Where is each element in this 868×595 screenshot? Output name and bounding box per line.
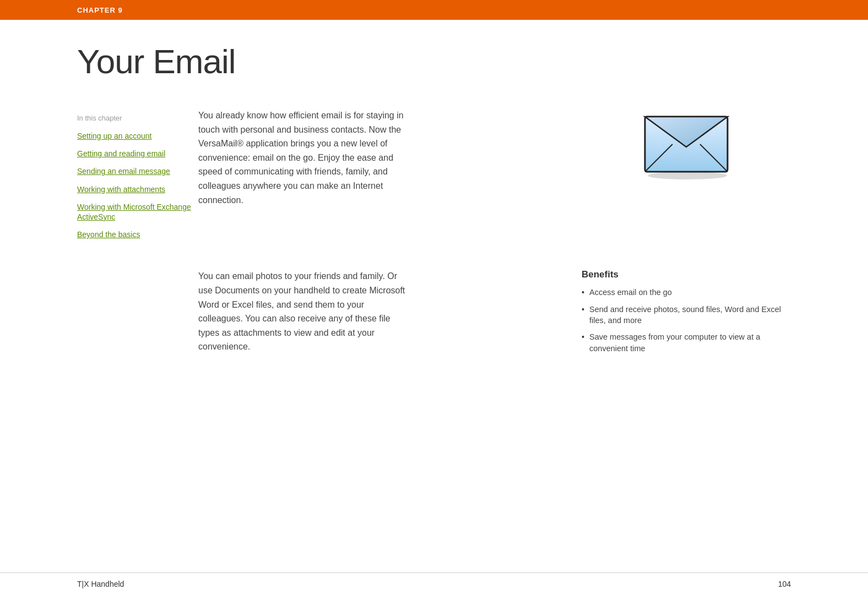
benefits-list: Access email on the go Send and receive … — [582, 287, 791, 353]
toc-sidebar: In this chapter Setting up an account Ge… — [77, 108, 198, 247]
email-icon-container — [582, 103, 791, 180]
toc-section-label: In this chapter — [77, 114, 198, 122]
footer-brand-suffix: Handheld — [89, 580, 124, 588]
footer-brand: T|X Handheld — [77, 580, 124, 588]
content-layout: In this chapter Setting up an account Ge… — [77, 108, 791, 247]
toc-link-3[interactable]: Sending an email message — [77, 166, 198, 176]
footer: T|X Handheld 104 — [0, 572, 868, 595]
email-envelope-icon — [637, 103, 736, 180]
lower-layout: You can email photos to your friends and… — [77, 269, 791, 359]
toc-link-6[interactable]: Beyond the basics — [77, 230, 198, 239]
right-column-top — [582, 108, 791, 247]
intro-paragraph: You already know how efficient email is … — [198, 108, 408, 207]
benefit-item-2: Send and receive photos, sound files, Wo… — [582, 304, 791, 326]
chapter-label: CHAPTER 9 — [77, 6, 123, 14]
lower-left-text: You can email photos to your friends and… — [198, 269, 582, 359]
footer-page-number: 104 — [778, 580, 791, 588]
toc-link-1[interactable]: Setting up an account — [77, 131, 198, 141]
main-text-intro: You already know how efficient email is … — [198, 108, 582, 247]
header-bar: CHAPTER 9 — [0, 0, 868, 20]
toc-link-4[interactable]: Working with attachments — [77, 184, 198, 194]
svg-point-0 — [648, 172, 727, 179]
footer-brand-name: T|X — [77, 580, 89, 588]
benefit-item-1: Access email on the go — [582, 287, 791, 298]
main-content: Your Email In this chapter Setting up an… — [0, 20, 868, 359]
toc-link-2[interactable]: Getting and reading email — [77, 149, 198, 159]
toc-spacer — [77, 269, 198, 359]
benefits-section: Benefits Access email on the go Send and… — [582, 269, 791, 359]
second-paragraph: You can email photos to your friends and… — [198, 269, 408, 354]
page-title: Your Email — [77, 42, 791, 81]
toc-link-5[interactable]: Working with Microsoft Exchange ActiveSy… — [77, 202, 198, 222]
benefit-item-3: Save messages from your computer to view… — [582, 331, 791, 354]
benefits-title: Benefits — [582, 269, 791, 280]
